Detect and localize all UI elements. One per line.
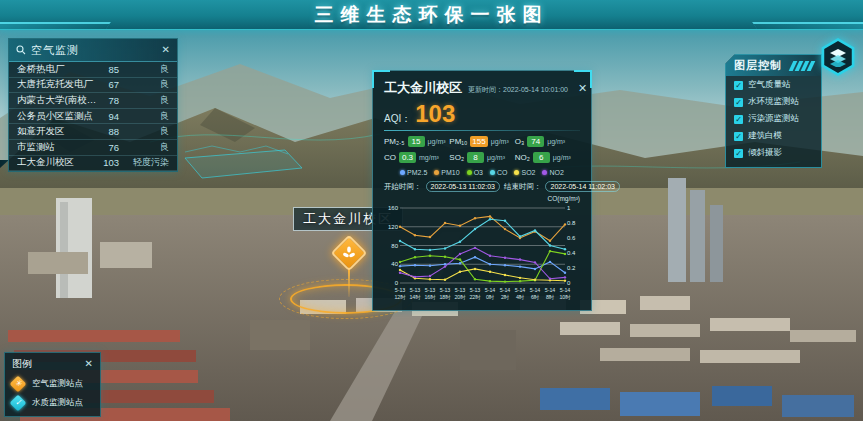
pollutant-label: PM₂.₅ bbox=[384, 137, 405, 146]
legend-dot-icon bbox=[542, 170, 547, 175]
close-icon[interactable]: ✕ bbox=[85, 359, 93, 369]
map-legend-title: 图例 bbox=[12, 357, 85, 371]
station-row[interactable]: 小召81良 bbox=[9, 171, 177, 172]
checkbox-checked-icon[interactable]: ✓ bbox=[734, 149, 743, 158]
pollutant-grid: PM₂.₅15μg/m³PM₁₀155μg/m³O₃74μg/m³CO0.3mg… bbox=[384, 136, 580, 163]
layer-item[interactable]: ✓污染源监测站 bbox=[726, 110, 821, 127]
station-aqi: 94 bbox=[97, 111, 119, 122]
water-station-icon: ✓ bbox=[10, 395, 27, 412]
svg-text:5-14: 5-14 bbox=[530, 287, 541, 293]
station-panel-title: 空气监测 bbox=[31, 43, 157, 58]
pollutant-value-badge: 74 bbox=[527, 136, 544, 147]
svg-text:5-13: 5-13 bbox=[455, 287, 466, 293]
end-time-picker[interactable]: 2022-05-14 11:02:03 bbox=[545, 181, 619, 192]
search-icon bbox=[16, 45, 26, 55]
svg-text:0.2: 0.2 bbox=[567, 265, 576, 271]
pollutant-unit: μg/m³ bbox=[491, 138, 509, 145]
legend-series-name: CO bbox=[497, 169, 508, 176]
pollutant-cell: O₃74μg/m³ bbox=[515, 136, 580, 147]
station-aqi: 76 bbox=[97, 142, 119, 153]
station-row[interactable]: 内蒙古大学(南校区)78良 bbox=[9, 93, 177, 109]
layer-label: 空气质量站 bbox=[748, 79, 791, 91]
close-icon[interactable]: ✕ bbox=[578, 83, 587, 94]
svg-text:0.4: 0.4 bbox=[567, 250, 576, 256]
station-status: 轻度污染 bbox=[119, 156, 169, 169]
header-wing-left bbox=[0, 22, 111, 30]
pollutant-value-badge: 15 bbox=[408, 136, 425, 147]
chart-legend-item[interactable]: NO2 bbox=[542, 169, 563, 176]
close-icon[interactable]: ✕ bbox=[162, 45, 170, 55]
app-header: 三维生态环保一张图 bbox=[0, 0, 863, 30]
legend-dot-icon bbox=[514, 170, 519, 175]
station-name: 公务员小区监测点 bbox=[17, 110, 97, 123]
end-time-label: 结束时间： bbox=[504, 182, 542, 192]
chart-legend-item[interactable]: O3 bbox=[467, 169, 483, 176]
station-aqi: 88 bbox=[97, 126, 119, 137]
aqi-label: AQI： bbox=[384, 112, 411, 126]
station-row[interactable]: 工大金川校区103轻度污染 bbox=[9, 156, 177, 172]
map-canvas[interactable]: 三维生态环保一张图 空气监测 ✕ 金桥热电厂85良大唐托克托发电厂67良内蒙古大… bbox=[0, 0, 863, 421]
layer-rows: ✓空气质量站✓水环境监测站✓污染源监测站✓建筑白模✓倾斜摄影 bbox=[726, 76, 821, 161]
pollutant-unit: mg/m³ bbox=[419, 154, 439, 161]
station-rows: 金桥热电厂85良大唐托克托发电厂67良内蒙古大学(南校区)78良公务员小区监测点… bbox=[9, 62, 177, 172]
marker-stem bbox=[348, 269, 350, 297]
map-legend-item: ✓水质监测站点 bbox=[12, 397, 93, 409]
station-panel-titlebar: 空气监测 ✕ bbox=[9, 39, 177, 62]
layer-item[interactable]: ✓水环境监测站 bbox=[726, 93, 821, 110]
svg-text:0.8: 0.8 bbox=[567, 220, 576, 226]
station-row[interactable]: 大唐托克托发电厂67良 bbox=[9, 78, 177, 94]
station-row[interactable]: 如意开发区88良 bbox=[9, 124, 177, 140]
checkbox-checked-icon[interactable]: ✓ bbox=[734, 115, 743, 124]
layer-control-panel: 图层控制 ✓空气质量站✓水环境监测站✓污染源监测站✓建筑白模✓倾斜摄影 bbox=[725, 54, 822, 168]
map-legend-label: 空气监测站点 bbox=[32, 378, 83, 390]
map-legend-label: 水质监测站点 bbox=[32, 397, 83, 409]
layer-item[interactable]: ✓建筑白模 bbox=[726, 127, 821, 144]
layer-item[interactable]: ✓空气质量站 bbox=[726, 76, 821, 93]
legend-dot-icon bbox=[400, 170, 405, 175]
panel-side-tab[interactable] bbox=[177, 47, 178, 73]
svg-text:1: 1 bbox=[567, 205, 571, 211]
svg-text:8时: 8时 bbox=[546, 294, 555, 300]
chart-legend-item[interactable]: SO2 bbox=[514, 169, 535, 176]
start-time-picker[interactable]: 2022-05-13 11:02:03 bbox=[426, 181, 500, 192]
check-glyph: ✓ bbox=[15, 399, 22, 407]
station-aqi: 85 bbox=[97, 64, 119, 75]
station-row[interactable]: 市监测站76良 bbox=[9, 140, 177, 156]
page-title: 三维生态环保一张图 bbox=[315, 2, 549, 28]
station-list-panel: 空气监测 ✕ 金桥热电厂85良大唐托克托发电厂67良内蒙古大学(南校区)78良公… bbox=[8, 38, 178, 172]
chart-legend-item[interactable]: PM10 bbox=[434, 169, 459, 176]
station-status: 良 bbox=[119, 125, 169, 138]
svg-text:0: 0 bbox=[567, 280, 571, 286]
update-time: 更新时间：2022-05-14 10:01:00 bbox=[468, 85, 568, 95]
pollutant-label: CO bbox=[384, 153, 396, 162]
layer-item[interactable]: ✓倾斜摄影 bbox=[726, 144, 821, 161]
legend-series-name: SO2 bbox=[521, 169, 535, 176]
svg-text:20时: 20时 bbox=[454, 294, 466, 300]
svg-text:0: 0 bbox=[395, 280, 399, 286]
fan-icon bbox=[342, 246, 356, 260]
map-legend-item: ✳空气监测站点 bbox=[12, 378, 93, 390]
svg-text:5-13: 5-13 bbox=[410, 287, 421, 293]
pollutant-label: SO₂ bbox=[449, 153, 464, 162]
chart-legend-item[interactable]: CO bbox=[490, 169, 508, 176]
checkbox-checked-icon[interactable]: ✓ bbox=[734, 81, 743, 90]
start-time-label: 开始时间： bbox=[384, 182, 422, 192]
trend-chart: 0408012016000.20.40.60.815-1312时5-1314时5… bbox=[384, 203, 580, 303]
svg-text:80: 80 bbox=[391, 243, 398, 249]
aqi-value: 103 bbox=[415, 100, 455, 128]
chart-legend-item[interactable]: PM2.5 bbox=[400, 169, 427, 176]
svg-text:40: 40 bbox=[391, 261, 398, 267]
legend-dot-icon bbox=[467, 170, 472, 175]
checkbox-checked-icon[interactable]: ✓ bbox=[734, 98, 743, 107]
layers-toggle-button[interactable] bbox=[819, 38, 857, 76]
station-row[interactable]: 金桥热电厂85良 bbox=[9, 62, 177, 78]
svg-text:4时: 4时 bbox=[516, 294, 525, 300]
pollutant-value-badge: 0.3 bbox=[399, 152, 416, 163]
divider bbox=[384, 130, 580, 131]
station-name: 大唐托克托发电厂 bbox=[17, 78, 97, 91]
pollutant-unit: μg/m³ bbox=[487, 154, 505, 161]
pollutant-cell: CO0.3mg/m³ bbox=[384, 152, 449, 163]
station-status: 良 bbox=[119, 78, 169, 91]
checkbox-checked-icon[interactable]: ✓ bbox=[734, 132, 743, 141]
station-row[interactable]: 公务员小区监测点94良 bbox=[9, 109, 177, 125]
